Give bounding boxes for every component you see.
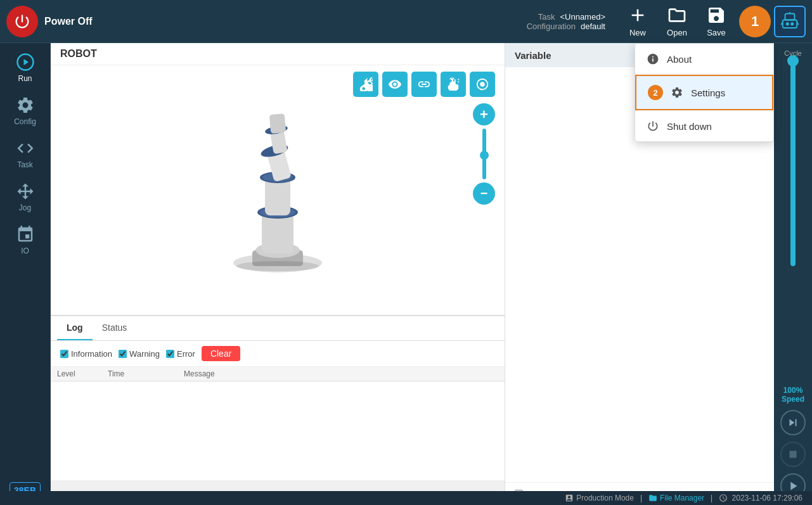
- task-config: Task <Unnamed> Configuration default: [527, 12, 605, 31]
- log-filters: Information Warning Error Clear: [51, 341, 505, 367]
- zoom-controls: + −: [473, 103, 495, 205]
- log-header-row: Level Time Message: [51, 367, 505, 381]
- tool-wrench-button[interactable]: [353, 72, 378, 97]
- tool-hand-button[interactable]: [441, 72, 466, 97]
- svg-point-4: [790, 22, 794, 25]
- error-checkbox[interactable]: [166, 350, 174, 358]
- production-icon: [565, 494, 574, 502]
- file-icon: [648, 494, 657, 502]
- svg-point-3: [786, 22, 789, 25]
- robot-icon-button[interactable]: [774, 6, 806, 37]
- tool-eye-button[interactable]: [382, 72, 408, 97]
- robot-toolbar: [353, 72, 495, 97]
- svg-rect-23: [269, 113, 287, 134]
- sidebar: Run Config Task Jog: [0, 43, 51, 505]
- svg-point-9: [480, 82, 484, 86]
- user-number-button[interactable]: 1: [739, 6, 771, 37]
- info-icon: [647, 53, 659, 65]
- settings-menu-item[interactable]: 2 Settings: [635, 75, 773, 110]
- shutdown-menu-item[interactable]: Shut down: [635, 111, 773, 141]
- stop-button[interactable]: [780, 442, 806, 467]
- sidebar-item-jog[interactable]: Jog: [0, 176, 50, 219]
- status-time: 2023-11-06 17:29:06: [719, 494, 802, 503]
- tool-circle-button[interactable]: [470, 72, 495, 97]
- speed-slider-container: [790, 63, 796, 380]
- status-bar: Production Mode | File Manager | 2023-11…: [0, 491, 812, 505]
- sidebar-item-io[interactable]: IO: [0, 219, 50, 262]
- dropdown-menu: About 2 Settings Shut down: [635, 43, 774, 142]
- power-button[interactable]: [6, 6, 38, 37]
- power-label: Power Off: [44, 16, 93, 27]
- status-production: Production Mode: [565, 494, 634, 502]
- zoom-in-button[interactable]: +: [473, 103, 495, 125]
- center-content: ROBOT: [51, 43, 505, 505]
- settings-icon: [671, 86, 683, 99]
- info-checkbox[interactable]: [60, 350, 68, 358]
- tab-status[interactable]: Status: [93, 316, 137, 340]
- robot-3d-view: [176, 108, 379, 272]
- tool-link-button[interactable]: [411, 72, 437, 97]
- svg-rect-1: [783, 20, 797, 28]
- tab-log[interactable]: Log: [57, 316, 93, 340]
- skip-forward-button[interactable]: [780, 410, 806, 435]
- svg-point-24: [236, 261, 319, 271]
- speed-handle[interactable]: [787, 55, 799, 67]
- far-right-panel: Cycle 100% Speed: [774, 43, 812, 505]
- status-file-manager[interactable]: File Manager: [648, 494, 704, 502]
- robot-panel-title: ROBOT: [51, 43, 505, 65]
- robot-panel: ROBOT: [51, 43, 505, 316]
- log-tabs: Log Status: [51, 316, 505, 341]
- sidebar-item-run[interactable]: Run: [0, 46, 50, 89]
- robot-panel-body: + −: [51, 65, 505, 315]
- settings-badge: 2: [648, 85, 663, 100]
- filter-warning[interactable]: Warning: [119, 349, 160, 359]
- speed-track[interactable]: [790, 63, 796, 266]
- new-button[interactable]: New: [618, 2, 657, 41]
- zoom-out-button[interactable]: −: [473, 182, 495, 205]
- warning-checkbox[interactable]: [119, 350, 127, 358]
- zoom-slider[interactable]: [482, 129, 486, 179]
- header: Power Off Task <Unnamed> Configuration d…: [0, 0, 812, 43]
- about-menu-item[interactable]: About: [635, 44, 773, 74]
- power-icon: [647, 120, 659, 132]
- svg-rect-0: [785, 13, 795, 20]
- speed-label: 100% Speed: [782, 386, 804, 404]
- filter-error[interactable]: Error: [166, 349, 195, 359]
- clear-button[interactable]: Clear: [202, 346, 240, 361]
- open-button[interactable]: Open: [657, 2, 697, 41]
- log-panel: Log Status Information Warning Error: [51, 316, 505, 480]
- clock-icon: [719, 494, 728, 502]
- svg-rect-25: [790, 451, 797, 458]
- sidebar-item-config[interactable]: Config: [0, 89, 50, 132]
- sidebar-item-task[interactable]: Task: [0, 132, 50, 176]
- filter-information[interactable]: Information: [60, 349, 112, 359]
- log-content: Level Time Message: [51, 367, 505, 480]
- save-button[interactable]: Save: [697, 2, 736, 41]
- log-body: [51, 381, 505, 480]
